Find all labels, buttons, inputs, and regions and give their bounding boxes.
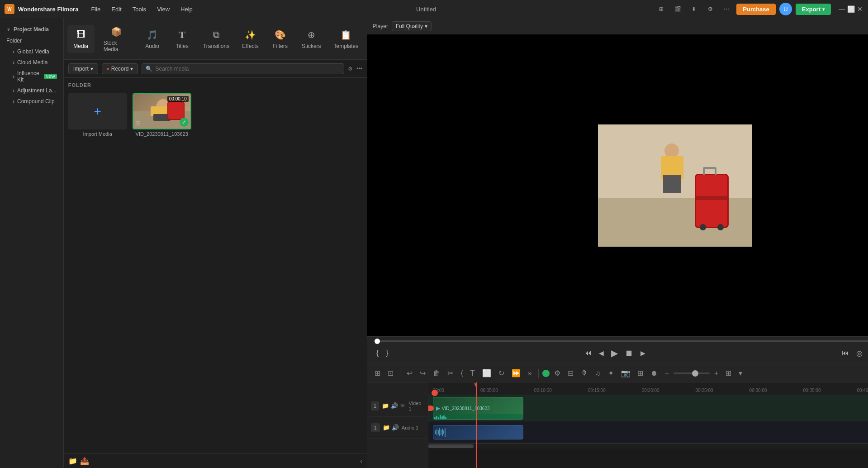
mark-in-icon[interactable]: { [375, 347, 380, 359]
purchase-button[interactable]: Purchase [736, 4, 776, 15]
redo-button[interactable]: ↪ [417, 367, 428, 379]
capture-icon[interactable]: 🎬 [671, 3, 684, 15]
more-options-icon[interactable]: ••• [356, 66, 362, 72]
user-avatar[interactable]: U [779, 3, 792, 15]
tab-audio[interactable]: 🎵 Audio [139, 25, 166, 53]
layout-icon[interactable]: ⊞ [655, 3, 668, 15]
video-track-add-icon[interactable]: 📁 [382, 402, 389, 409]
camera-icon[interactable]: 📷 [618, 367, 633, 379]
record-button[interactable]: ● Record ▾ [102, 63, 138, 74]
speed-button[interactable]: ⏩ [509, 367, 523, 379]
menu-tools[interactable]: Tools [128, 4, 151, 14]
audio-track-mute-icon[interactable]: 🔊 [392, 424, 399, 431]
rotate-button[interactable]: ↻ [496, 367, 507, 379]
more-tools-icon[interactable]: » [525, 368, 535, 379]
child-figure [652, 143, 693, 216]
menu-view[interactable]: View [152, 4, 174, 14]
record-dot[interactable] [542, 370, 550, 377]
collapse-panel-icon[interactable]: ‹ [360, 458, 362, 465]
frame-back-button[interactable]: ◀ [597, 348, 606, 358]
tab-filters[interactable]: 🎨 Filters [267, 25, 294, 53]
import-button[interactable]: Import ▾ [68, 63, 98, 74]
tab-effects[interactable]: ✨ Effects [237, 25, 264, 53]
video-track-number[interactable]: 1 [371, 401, 379, 411]
text-button[interactable]: T [468, 368, 478, 379]
quality-select[interactable]: Full Quality ▾ [392, 21, 432, 31]
sidebar-bottom: 📁 📤 ‹ [64, 454, 367, 468]
tab-media[interactable]: 🎞 Media [67, 25, 95, 53]
community-icon[interactable]: ⚙ [704, 3, 716, 15]
sidebar-item-cloud-media[interactable]: › Cloud Media [0, 57, 63, 68]
audio-clip[interactable] [433, 425, 523, 439]
video-thumb[interactable]: 00:00:10 ⊞ ✓ [133, 93, 191, 129]
sidebar-item-folder[interactable]: Folder [0, 35, 63, 46]
tl-more-icon[interactable]: ▾ [736, 367, 745, 379]
settings-icon[interactable]: ⚙ [551, 367, 563, 379]
zoom-minus[interactable]: − [662, 368, 672, 379]
menu-file[interactable]: File [86, 4, 105, 14]
timeline-playhead[interactable] [476, 382, 477, 468]
import-media-item[interactable]: + Import Media [68, 93, 127, 137]
progress-thumb[interactable] [375, 339, 380, 344]
record2-icon[interactable]: ⏺ [648, 368, 660, 379]
export-button[interactable]: Export ▾ [796, 4, 831, 15]
frame-fwd-button[interactable]: ▶ [639, 348, 647, 358]
zoom-plus[interactable]: + [711, 368, 721, 379]
video-track-lock-icon[interactable]: 👁 [400, 402, 406, 409]
sidebar-item-influence-kit[interactable]: › Influence Kit NEW [0, 68, 63, 85]
download-icon[interactable]: ⬇ [688, 3, 700, 15]
video-clip[interactable]: ▶ VID_20230811_103623 [433, 397, 523, 420]
undo-button[interactable]: ↩ [404, 367, 415, 379]
play-button[interactable]: ▶ [609, 346, 620, 360]
sidebar-item-adjustment-layer[interactable]: › Adjustment La... [0, 85, 63, 96]
split-icon[interactable]: ⊟ [565, 367, 576, 379]
zoom-thumb[interactable] [692, 370, 698, 377]
pip-icon[interactable]: ⊞ [635, 367, 646, 379]
add-mark-icon[interactable]: ◎ [854, 347, 864, 359]
tab-transitions[interactable]: ⧉ Transitions [199, 25, 234, 53]
folder-label: FOLDER [68, 82, 362, 88]
progress-bar[interactable] [375, 340, 868, 342]
scroll-thumb[interactable] [428, 444, 474, 448]
filter-icon[interactable]: ⚙ [348, 66, 353, 72]
crop-button[interactable]: ⬜ [479, 367, 494, 379]
project-media-title[interactable]: ▼ Project Media [0, 24, 63, 35]
folder-export-icon[interactable]: 📤 [80, 457, 89, 465]
go-mark-in-icon[interactable]: ⏮ [840, 347, 851, 359]
tab-titles[interactable]: T Titles [169, 25, 196, 53]
mark-out-icon[interactable]: } [384, 347, 390, 359]
tab-stock-media[interactable]: 📦 Stock Media [97, 22, 136, 56]
zoom-track[interactable] [674, 372, 710, 374]
maximize-button[interactable]: ⬜ [847, 5, 854, 13]
video-track-row: ▶ VID_20230811_103623 [428, 395, 868, 421]
add-track-icon[interactable]: ⊞ [372, 367, 383, 379]
tab-stickers[interactable]: ⊕ Stickers [297, 25, 326, 53]
folder-new-icon[interactable]: 📁 [68, 457, 77, 465]
menu-edit[interactable]: Edit [107, 4, 126, 14]
plugins-icon[interactable]: ⋯ [720, 3, 733, 15]
delete-button[interactable]: 🗑 [430, 368, 443, 379]
video-media-item[interactable]: 00:00:10 ⊞ ✓ VID_20230811_103623 [133, 93, 191, 137]
sidebar-item-compound-clip[interactable]: › Compound Clip [0, 96, 63, 107]
import-thumb[interactable]: + [68, 93, 127, 129]
link-clips-icon[interactable]: ⊡ [385, 367, 396, 379]
ruler-mark-8: 00:40:00 [857, 388, 868, 393]
close-button[interactable]: ✕ [856, 5, 863, 13]
trim-button[interactable]: ⟨ [458, 367, 466, 379]
stop-button[interactable]: ⏹ [623, 347, 635, 360]
grid-view-icon[interactable]: ⊞ [723, 367, 734, 379]
audio-track-add-icon[interactable]: 📁 [383, 424, 390, 431]
menu-help[interactable]: Help [176, 4, 197, 14]
sidebar-item-global-media[interactable]: › Global Media [0, 46, 63, 57]
search-input[interactable] [155, 66, 340, 72]
minimize-button[interactable]: — [838, 5, 845, 13]
video-track-mute-icon[interactable]: 🔊 [391, 402, 398, 409]
audio-track-number[interactable]: 1 [371, 423, 380, 432]
music-icon[interactable]: ♫ [593, 368, 603, 379]
tab-templates[interactable]: 📋 Templates [329, 25, 363, 53]
ai-icon[interactable]: ✦ [605, 367, 617, 379]
media-area: 🎞 Media 📦 Stock Media 🎵 Audio T Titles ⧉… [64, 18, 367, 468]
mic-icon[interactable]: 🎙 [578, 368, 591, 379]
cut-button[interactable]: ✂ [445, 367, 456, 379]
skip-back-button[interactable]: ⏮ [583, 347, 593, 359]
